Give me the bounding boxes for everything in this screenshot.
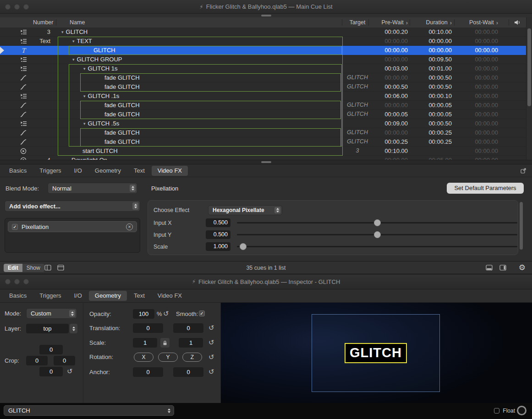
anchor-reset-icon[interactable]: ↺ [208, 368, 214, 375]
pre-wait-value[interactable]: 00:03.00 [369, 64, 408, 73]
anchor-y-field[interactable]: 0 [173, 367, 203, 377]
post-wait-value[interactable]: 00:00.00 [455, 82, 498, 92]
cue-row[interactable]: ▾GLITCH .5s00:09.0000:00.5000:00.00 [0, 119, 526, 128]
right-drawer-icon[interactable] [499, 265, 506, 271]
translation-y-field[interactable]: 0 [173, 323, 203, 333]
pre-wait-value[interactable]: 00:00.00 [369, 46, 408, 55]
param-value-field[interactable]: 0.500 [206, 218, 230, 227]
rotation-y-button[interactable]: Y [158, 353, 178, 362]
slider-knob[interactable] [240, 243, 247, 250]
disclosure-chevron-icon[interactable]: ▾ [83, 120, 86, 128]
mode-dropdown[interactable]: Custom [26, 308, 77, 319]
tab-text[interactable]: Text [128, 166, 151, 176]
rotation-x-button[interactable]: X [134, 353, 154, 362]
pre-wait-value[interactable]: 00:00.20 [369, 27, 408, 37]
duration-value[interactable]: 00:00.00 [411, 46, 452, 55]
scale-lock-button[interactable] [160, 338, 170, 348]
inspector-window-titlebar[interactable]: ⚡ Flicker Glitch & Ballyhoo.qlab5 — Insp… [0, 274, 532, 289]
tab-videofx[interactable]: Video FX [152, 166, 188, 176]
pre-wait-value[interactable]: 00:00.05 [369, 110, 408, 119]
disclosure-chevron-icon[interactable]: ▾ [83, 65, 86, 73]
tab-basics[interactable]: Basics [3, 166, 33, 176]
duration-value[interactable]: 00:00.50 [411, 73, 452, 82]
set-default-parameters-button[interactable]: Set Default Parameters [447, 183, 524, 194]
duration-value[interactable]: 00:00.50 [411, 82, 452, 92]
scale-x-field[interactable]: 1 [133, 338, 157, 348]
duration-value[interactable]: 00:00.25 [411, 137, 452, 147]
duration-value[interactable]: 00:00.10 [411, 92, 452, 101]
cue-row[interactable]: fade GLITCHGLITCH00:00.0000:00.2500:00.0… [0, 128, 526, 137]
param-slider[interactable] [237, 230, 517, 240]
pre-wait-value[interactable]: 00:00.00 [369, 156, 408, 160]
pre-wait-value[interactable]: 00:00.00 [369, 55, 408, 64]
cue-row[interactable]: Text▾TEXT00:00.0000:00.0000:00.00 [0, 37, 526, 46]
add-video-effect-dropdown[interactable]: Add video effect... [5, 201, 140, 212]
cue-row[interactable]: TGLITCH00:00.0000:00.0000:00.00 [0, 46, 526, 55]
crop-reset-icon[interactable]: ↺ [67, 368, 73, 375]
open-in-window-icon[interactable] [520, 168, 527, 174]
cue-list-scrollbar[interactable] [526, 17, 532, 160]
list-inspector-splitter[interactable] [0, 160, 532, 164]
duration-value[interactable] [411, 147, 452, 156]
tab-geometry[interactable]: Geometry [89, 291, 127, 301]
param-value-field[interactable]: 0.500 [206, 230, 230, 239]
crop-left-field[interactable]: 0 [26, 356, 48, 365]
tab-triggers[interactable]: Triggers [33, 166, 67, 176]
main-window-titlebar[interactable]: ⚡ Flicker Glitch & Ballyhoo.qlab5 — Main… [0, 0, 532, 14]
duration-value[interactable]: 00:00.05 [411, 101, 452, 110]
slider-track[interactable] [237, 246, 517, 247]
cue-row[interactable]: ▾GLITCH GROUP00:00.0000:09.5000:00.00 [0, 55, 526, 64]
column-header-post-wait[interactable]: Post-Wait› [455, 17, 498, 27]
post-wait-value[interactable]: 00:00.00 [455, 37, 498, 46]
tab-text[interactable]: Text [128, 291, 151, 301]
param-slider[interactable] [237, 242, 517, 252]
pre-wait-value[interactable]: 00:00.00 [369, 73, 408, 82]
opacity-field[interactable]: 100 [133, 309, 154, 319]
pre-wait-value[interactable]: 00:00.00 [369, 101, 408, 110]
column-header-target[interactable]: Target [343, 17, 372, 27]
crop-top-field[interactable]: 0 [39, 345, 63, 354]
cue-row[interactable]: fade GLITCHGLITCH00:00.5000:00.5000:00.0… [0, 82, 526, 92]
column-header-duration[interactable]: Duration› [411, 17, 452, 27]
post-wait-value[interactable]: 00:00.00 [455, 137, 498, 147]
pre-wait-value[interactable]: 00:00.50 [369, 82, 408, 92]
splitter-handle[interactable] [261, 161, 271, 163]
duration-value[interactable]: 00:00.00 [411, 37, 452, 46]
duration-value[interactable]: 00:00.05 [411, 110, 452, 119]
tab-geometry[interactable]: Geometry [89, 166, 127, 176]
cue-row[interactable]: fade GLITCHGLITCH00:00.0500:00.0500:00.0… [0, 110, 526, 119]
cue-selector-dropdown[interactable]: GLITCH [4, 405, 174, 416]
float-checkbox[interactable] [494, 408, 499, 414]
cue-row[interactable]: fade GLITCHGLITCH00:00.0000:00.0500:00.0… [0, 101, 526, 110]
cue-row[interactable]: 4Downlight On00:00.0000:05.0000:00.00 [0, 156, 526, 160]
follow-cue-toggle-icon[interactable] [517, 406, 527, 415]
opacity-reset-icon[interactable]: ↺ [163, 310, 169, 317]
duration-value[interactable]: 00:09.50 [411, 55, 452, 64]
post-wait-value[interactable]: 00:00.00 [455, 101, 498, 110]
disclosure-chevron-icon[interactable]: ▾ [61, 28, 64, 37]
pre-wait-value[interactable]: 00:00.00 [369, 37, 408, 46]
bottom-drawer-icon[interactable] [486, 265, 493, 271]
crop-bottom-field[interactable]: 0 [39, 367, 63, 376]
post-wait-value[interactable]: 00:00.00 [455, 27, 498, 37]
slider-knob[interactable] [374, 231, 381, 238]
duration-value[interactable]: 00:05.00 [411, 156, 452, 160]
scale-y-field[interactable]: 1 [179, 338, 203, 348]
remove-effect-icon[interactable]: × [126, 223, 133, 230]
post-wait-value[interactable]: 00:00.00 [455, 92, 498, 101]
translation-x-field[interactable]: 0 [133, 323, 163, 333]
column-header-number[interactable]: Number [33, 17, 53, 27]
pre-wait-value[interactable]: 00:09.00 [369, 119, 408, 128]
scale-reset-icon[interactable]: ↺ [208, 339, 214, 346]
pre-wait-value[interactable]: 00:00.00 [369, 128, 408, 137]
disclosure-chevron-icon[interactable]: ▾ [72, 55, 75, 64]
anchor-x-field[interactable]: 0 [133, 367, 163, 377]
cue-row[interactable]: ▾GLITCH 1s00:03.0000:01.0000:00.00 [0, 64, 526, 73]
effect-enabled-checkbox[interactable]: ✓ [12, 224, 18, 230]
blend-mode-dropdown[interactable]: Normal [48, 183, 137, 194]
duration-value[interactable]: 00:00.25 [411, 128, 452, 137]
tab-io[interactable]: I/O [68, 166, 88, 176]
layer-field[interactable]: top [26, 324, 69, 333]
cue-row[interactable]: start GLITCH300:10.0000:00.00 [0, 147, 526, 156]
pre-wait-value[interactable]: 00:10.00 [369, 147, 408, 156]
